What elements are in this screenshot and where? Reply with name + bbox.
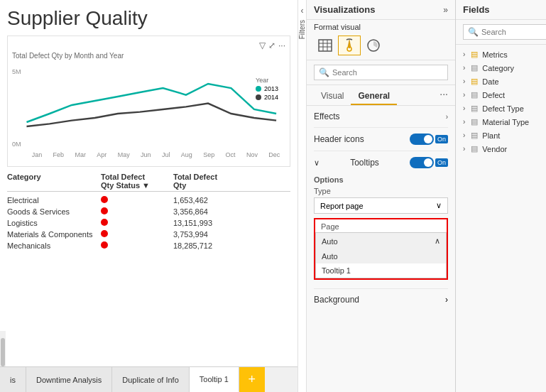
format-visual-bar: Format visual (307, 20, 455, 34)
field-item-defect-type[interactable]: ▤ Defect Type (456, 102, 546, 115)
field-item-metrics[interactable]: ▤ Metrics (456, 48, 546, 61)
chart-container: ▽ ⤢ ··· Total Defect Qty by Month and Ye… (7, 36, 290, 167)
viz-panel-header: Visualizations » (307, 0, 455, 20)
table-row: Goods & Services 3,356,864 (7, 206, 290, 217)
viz-search-area: 🔍 (307, 60, 455, 85)
viz-sections: Effects › Header icons On (307, 106, 455, 392)
header-icons-label: Header icons (314, 134, 364, 144)
tooltips-toggle-switch[interactable] (410, 157, 434, 168)
tabs-bar: is Downtime Analysis Duplicate of Info T… (0, 366, 297, 392)
viz-icon-paint[interactable] (338, 36, 361, 55)
field-label: Plant (482, 131, 500, 140)
filters-collapse-arrow[interactable]: ‹ (301, 6, 304, 16)
field-item-plant[interactable]: ▤ Plant (456, 129, 546, 142)
viz-search-box[interactable]: 🔍 (314, 65, 448, 80)
field-table-icon: ▤ (471, 77, 478, 86)
type-dropdown[interactable]: Report page ∨ (314, 197, 448, 214)
svg-rect-0 (319, 40, 332, 51)
table-row: Logistics 13,151,993 (7, 217, 290, 229)
scroll-thumb[interactable] (1, 338, 5, 366)
legend-2013: 2013 (256, 85, 278, 92)
effects-label: Effects (314, 111, 339, 121)
x-axis: JanFebMarAprMayJunJulAugSepOctNovDec (26, 151, 285, 158)
effects-expand-icon: › (446, 113, 448, 121)
toggle-on[interactable] (410, 134, 434, 145)
tooltips-toggle-thumb (424, 158, 432, 167)
chart-legend: Year 2013 2014 (256, 77, 278, 102)
expand-icon[interactable]: ⤢ (268, 40, 275, 50)
viz-icon-analytics[interactable] (362, 36, 385, 55)
tab-downtime-analysis[interactable]: Downtime Analysis (26, 367, 112, 393)
fields-list: ▤ Metrics ▤ Category ▤ Date ▤ Defect ▤ (456, 45, 546, 392)
page-dropdown-open[interactable]: Auto ∧ Auto Tooltip 1 (315, 232, 447, 278)
tooltips-label: Tooltips (350, 158, 379, 168)
legend-2014: 2014 (256, 94, 278, 101)
y-max-label: 5M (12, 68, 21, 75)
field-item-material-type[interactable]: ▤ Material Type (456, 115, 546, 129)
more-icon[interactable]: ··· (278, 40, 285, 50)
tooltips-section: ∨ Tooltips On Options Type (314, 151, 448, 289)
filter-icon[interactable]: ▽ (259, 40, 266, 50)
field-expand-icon (463, 131, 465, 139)
tab-is[interactable]: is (0, 367, 26, 393)
header-icons-section: Header icons On (314, 128, 448, 151)
field-table-icon: ▤ (471, 63, 478, 72)
page-dropdown-item-auto[interactable]: Auto (316, 249, 446, 263)
background-header[interactable]: Background › (314, 295, 448, 305)
y-min-label: 0M (12, 141, 21, 148)
type-label: Type (314, 187, 448, 195)
tooltips-header[interactable]: ∨ Tooltips On (314, 157, 448, 168)
field-table-icon: ▤ (471, 131, 478, 140)
field-expand-icon (463, 64, 465, 72)
viz-search-input[interactable] (332, 68, 443, 77)
add-tab-button[interactable]: + (239, 367, 265, 393)
type-value: Report page (320, 202, 364, 210)
fields-search-input[interactable] (481, 28, 543, 36)
filters-label[interactable]: Filters (298, 20, 306, 39)
background-label: Background (314, 295, 359, 305)
fields-search-box[interactable]: 🔍 (463, 24, 546, 40)
field-label: Date (482, 77, 498, 86)
chart-toolbar: ▽ ⤢ ··· (12, 40, 285, 50)
effects-section: Effects › (314, 106, 448, 128)
field-label: Vendor (482, 145, 507, 153)
format-visual-label: Format visual (314, 23, 361, 31)
field-table-icon: ▤ (471, 117, 478, 126)
viz-icon-table[interactable] (314, 36, 337, 55)
visualizations-panel: Visualizations » Format visual 🔍 Visu (307, 0, 456, 392)
fields-search-icon: 🔍 (468, 27, 479, 37)
header-icons-toggle[interactable]: On (410, 134, 448, 145)
chart-area: 5M 0M JanFebMarAprMayJunJulAugSepOctNovD… (12, 62, 285, 162)
field-item-date[interactable]: ▤ Date (456, 75, 546, 88)
field-item-vendor[interactable]: ▤ Vendor (456, 142, 546, 156)
field-table-icon: ▤ (471, 90, 478, 99)
tab-visual[interactable]: Visual (314, 88, 351, 105)
field-label: Defect Type (482, 104, 524, 113)
data-table: Category Total DefectQty Status ▼ Total … (7, 173, 290, 251)
fields-panel: Fields 🔍 ▤ Metrics ▤ Category ▤ Date (456, 0, 546, 392)
tab-general[interactable]: General (351, 88, 397, 105)
page-dropdown-container: Page Auto ∧ Auto Tooltip 1 (314, 218, 448, 280)
tooltips-toggle[interactable]: On (410, 157, 448, 168)
report-title: Supplier Quality (7, 7, 290, 30)
header-icons-header[interactable]: Header icons On (314, 134, 448, 145)
viz-tab-more[interactable]: ··· (439, 88, 448, 105)
toggle-thumb (424, 135, 432, 143)
background-expand-icon: › (445, 295, 448, 305)
field-item-category[interactable]: ▤ Category (456, 61, 546, 75)
table-header: Category Total DefectQty Status ▼ Total … (7, 173, 290, 192)
effects-header[interactable]: Effects › (314, 111, 448, 121)
field-item-defect[interactable]: ▤ Defect (456, 88, 546, 102)
filters-strip: ‹ Filters (298, 0, 307, 392)
field-label: Category (482, 64, 514, 72)
field-table-icon: ▤ (471, 144, 478, 153)
page-option-auto[interactable]: Auto ∧ (316, 233, 446, 249)
field-expand-icon (463, 91, 465, 99)
scrollbar[interactable] (0, 331, 6, 366)
viz-panel-expand-icon[interactable]: » (443, 5, 448, 15)
tab-tooltip-1[interactable]: Tooltip 1 (190, 367, 239, 393)
page-option-chevron-up: ∧ (435, 236, 440, 246)
tab-duplicate-of-info[interactable]: Duplicate of Info (112, 367, 190, 393)
page-dropdown-item-tooltip1[interactable]: Tooltip 1 (316, 263, 446, 278)
field-label: Material Type (482, 118, 529, 126)
